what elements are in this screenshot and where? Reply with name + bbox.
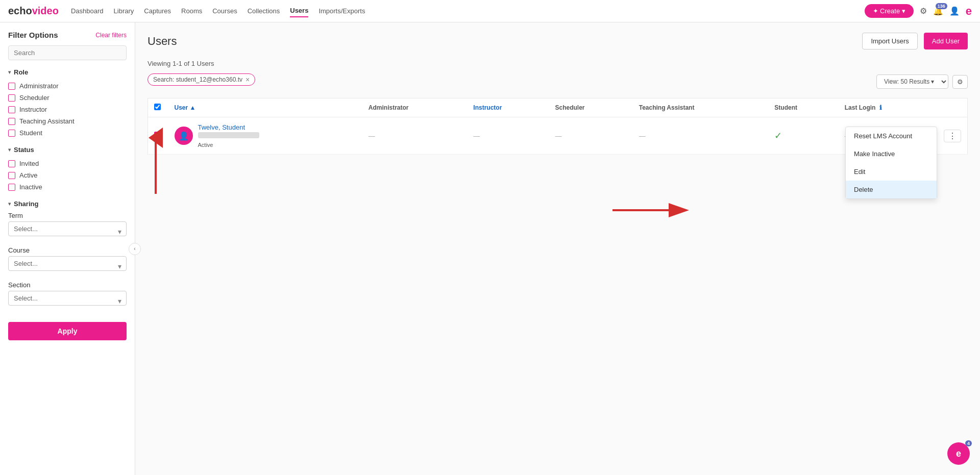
nav-right: ✦ Create ▾ ⚙ 🔔 136 👤 e <box>865 4 972 18</box>
col-instructor: Instructor <box>467 98 549 117</box>
echo-badge[interactable]: e 4 <box>947 442 970 465</box>
page-header: Users Import Users Add User <box>148 33 968 49</box>
course-field: Course Select... <box>8 246 127 276</box>
remove-search-tag-button[interactable]: × <box>246 76 250 84</box>
import-users-button[interactable]: Import Users <box>862 33 917 49</box>
invited-label: Invited <box>19 160 39 167</box>
teaching-assistant-label: Teaching Assistant <box>19 117 75 125</box>
context-menu-edit[interactable]: Edit <box>846 163 937 181</box>
notifications-icon[interactable]: 🔔 136 <box>933 6 943 16</box>
settings-icon[interactable]: ⚙ <box>920 6 927 16</box>
role-chevron-icon: ▾ <box>8 69 11 75</box>
apply-button[interactable]: Apply <box>8 322 127 340</box>
course-select-wrapper: Select... <box>8 256 127 276</box>
filter-teaching-assistant[interactable]: Teaching Assistant <box>8 115 127 127</box>
active-label: Active <box>19 171 37 179</box>
add-user-button[interactable]: Add User <box>924 33 968 49</box>
view-results-select[interactable]: View: 50 Results ▾ <box>876 74 948 89</box>
user-avatar-icon[interactable]: 👤 <box>949 6 960 16</box>
filter-invited[interactable]: Invited <box>8 158 127 169</box>
logo-echo: echo <box>8 5 32 16</box>
nav-courses[interactable]: Courses <box>212 5 237 17</box>
user-name[interactable]: Twelve, Student <box>198 123 259 131</box>
course-select[interactable]: Select... <box>8 256 127 271</box>
filter-instructor[interactable]: Instructor <box>8 104 127 115</box>
filter-inactive[interactable]: Inactive <box>8 181 127 193</box>
instructor-checkbox[interactable] <box>8 106 15 113</box>
user-info: Twelve, Student Active <box>198 123 259 148</box>
filter-search-input[interactable] <box>8 45 127 60</box>
col-user[interactable]: User ▲ <box>168 98 362 117</box>
col-administrator: Administrator <box>362 98 468 117</box>
teaching-assistant-checkbox[interactable] <box>8 118 15 125</box>
scheduler-checkbox[interactable] <box>8 94 15 102</box>
filter-header: Filter Options Clear filters <box>8 31 127 39</box>
table-row: 👤 Twelve, Student Active — — — — <box>148 117 968 155</box>
table-filter-icon-button[interactable]: ⚙ <box>952 75 968 89</box>
sidebar-collapse-handle[interactable]: ‹ <box>129 243 141 255</box>
status-section-label: Status <box>14 146 34 154</box>
inactive-label: Inactive <box>19 183 42 191</box>
row-select-checkbox[interactable] <box>154 132 161 138</box>
student-checkbox[interactable] <box>8 130 15 137</box>
table-container: User ▲ Administrator Instructor Schedule… <box>148 98 968 155</box>
nav-captures[interactable]: Captures <box>144 5 171 17</box>
select-all-checkbox[interactable] <box>154 104 161 110</box>
search-filter-tag: Search: student_12@echo360.tv × <box>148 73 255 86</box>
section-label: Section <box>8 281 127 289</box>
role-section-header[interactable]: ▾ Role <box>8 68 127 76</box>
administrator-checkbox[interactable] <box>8 83 15 90</box>
invited-checkbox[interactable] <box>8 160 15 167</box>
sharing-chevron-icon: ▾ <box>8 201 11 207</box>
nav-rooms[interactable]: Rooms <box>181 5 202 17</box>
filter-active[interactable]: Active <box>8 169 127 181</box>
user-avatar: 👤 <box>175 127 193 145</box>
header-buttons: Import Users Add User <box>862 33 968 49</box>
sharing-section-header[interactable]: ▾ Sharing <box>8 200 127 208</box>
table-controls: View: 50 Results ▾ ⚙ <box>876 74 968 89</box>
clear-filters-link[interactable]: Clear filters <box>95 32 127 39</box>
notification-badge: 136 <box>936 3 947 9</box>
section-select-wrapper: Select... <box>8 291 127 311</box>
filter-administrator[interactable]: Administrator <box>8 80 127 92</box>
context-menu-reset-lms[interactable]: Reset LMS Account <box>846 127 937 145</box>
role-section-label: Role <box>14 68 28 76</box>
nav-collections[interactable]: Collections <box>248 5 280 17</box>
col-scheduler: Scheduler <box>549 98 633 117</box>
context-menu-delete[interactable]: Delete <box>846 181 937 198</box>
cell-student: ✓ <box>768 117 838 155</box>
student-check-icon: ✓ <box>774 131 782 141</box>
col-last-login: Last Login ℹ <box>839 98 938 117</box>
last-login-info-icon[interactable]: ℹ <box>879 104 882 111</box>
active-checkbox[interactable] <box>8 172 15 179</box>
nav-imports-exports[interactable]: Imports/Exports <box>318 5 365 17</box>
col-user-label: User <box>175 104 188 111</box>
term-field: Term Select... <box>8 212 127 241</box>
user-status: Active <box>198 142 259 148</box>
app-logo[interactable]: echovideo <box>8 5 59 17</box>
context-menu: Reset LMS Account Make Inactive Edit Del… <box>845 127 937 199</box>
context-menu-make-inactive[interactable]: Make Inactive <box>846 145 937 163</box>
page-title: Users <box>148 35 177 48</box>
row-actions-cell: ⋮ <box>938 117 968 155</box>
status-section-header[interactable]: ▾ Status <box>8 146 127 154</box>
inactive-checkbox[interactable] <box>8 184 15 191</box>
echo-badge-label: e <box>956 448 961 459</box>
cell-teaching-assistant: — <box>633 117 769 155</box>
nav-library[interactable]: Library <box>114 5 134 17</box>
col-teaching-assistant: Teaching Assistant <box>633 98 769 117</box>
administrator-label: Administrator <box>19 82 59 90</box>
filter-title: Filter Options <box>8 31 58 39</box>
filter-student[interactable]: Student <box>8 127 127 139</box>
create-button[interactable]: ✦ Create ▾ <box>865 4 914 18</box>
nav-dashboard[interactable]: Dashboard <box>71 5 104 17</box>
filter-scheduler[interactable]: Scheduler <box>8 92 127 104</box>
term-select[interactable]: Select... <box>8 221 127 236</box>
echo360-icon[interactable]: e <box>966 5 972 18</box>
nav-users[interactable]: Users <box>290 5 308 17</box>
section-select[interactable]: Select... <box>8 291 127 306</box>
top-navigation: echovideo Dashboard Library Captures Roo… <box>0 0 980 22</box>
table-body: 👤 Twelve, Student Active — — — — <box>148 117 968 155</box>
row-menu-button[interactable]: ⋮ <box>944 130 961 142</box>
viewing-count: Viewing 1-1 of 1 Users <box>148 60 968 67</box>
